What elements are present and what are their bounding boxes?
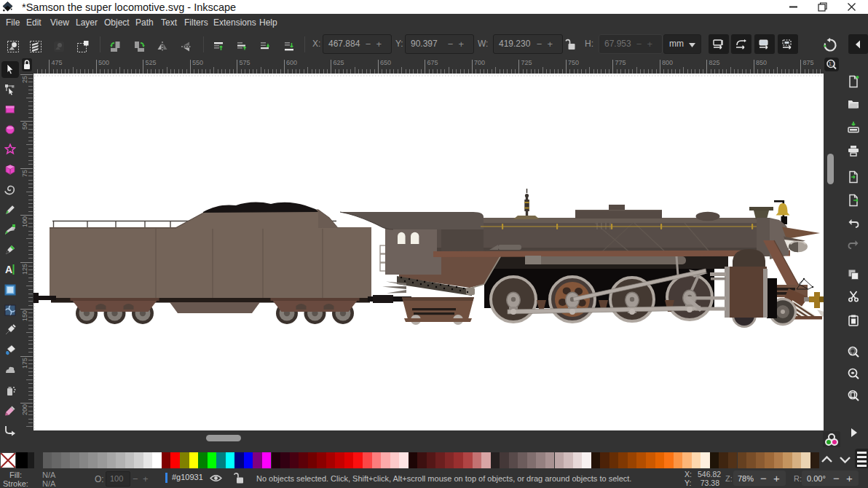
svg-text:1:1: 1:1 — [829, 61, 835, 66]
svg-text:A: A — [5, 264, 12, 275]
